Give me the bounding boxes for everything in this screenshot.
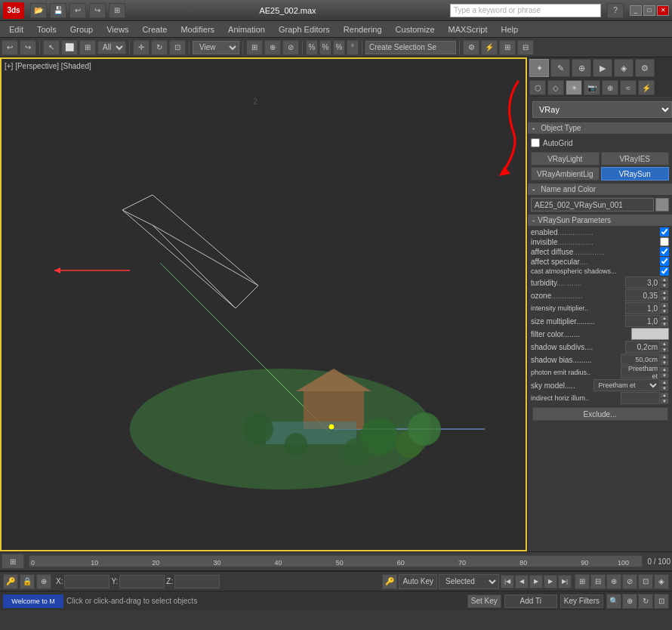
menu-rendering[interactable]: Rendering: [338, 23, 388, 36]
toolbar-btn[interactable]: 📂: [30, 3, 47, 18]
select-all-btn[interactable]: ⊞: [79, 40, 96, 55]
spin-up[interactable]: ▲: [660, 289, 669, 295]
turbidity-spinner[interactable]: ▲ ▼: [660, 276, 669, 289]
tb-btn[interactable]: %: [319, 40, 331, 55]
sky-model-spinner[interactable]: ▲ ▼: [660, 379, 669, 391]
create-panel-tab[interactable]: ✦: [529, 59, 549, 77]
size-spinner[interactable]: ▲ ▼: [660, 315, 669, 327]
cast-shadows-checkbox[interactable]: [660, 267, 669, 276]
shadow-subdivs-spinner[interactable]: ▲ ▼: [660, 341, 669, 353]
menu-views[interactable]: Views: [100, 23, 134, 36]
intensity-spinner[interactable]: ▲ ▼: [660, 302, 669, 314]
vraylight-button[interactable]: VRayLight: [531, 152, 600, 165]
affect-diffuse-checkbox[interactable]: [660, 247, 669, 256]
sub-tab-helpers[interactable]: ⊕: [602, 80, 618, 95]
menu-animation[interactable]: Animation: [222, 23, 271, 36]
spin-down[interactable]: ▼: [660, 321, 669, 327]
spin-up[interactable]: ▲: [660, 354, 669, 360]
help-btn[interactable]: ?: [607, 3, 624, 18]
status-extra-btn[interactable]: ⊟: [590, 574, 606, 589]
spin-up[interactable]: ▲: [660, 379, 669, 385]
x-coord-input[interactable]: [64, 575, 109, 588]
key-filters-button[interactable]: Key Filters: [560, 594, 603, 608]
select-region-btn[interactable]: ⬜: [61, 40, 78, 55]
nav-btn[interactable]: 🔍: [606, 594, 621, 609]
sub-tab-shapes[interactable]: ◇: [547, 80, 564, 95]
nav-btn[interactable]: ↻: [638, 594, 653, 609]
exclude-button[interactable]: Exclude...: [532, 407, 668, 421]
name-color-header[interactable]: - Name and Color: [528, 184, 672, 195]
next-frame-btn[interactable]: ▶: [544, 575, 557, 588]
status-extra-btn[interactable]: ⊕: [606, 574, 621, 589]
indirect-illum-spinner[interactable]: ▲ ▼: [660, 392, 669, 404]
object-type-header[interactable]: - Object Type: [528, 122, 672, 134]
menu-help[interactable]: Help: [495, 23, 525, 36]
menu-group[interactable]: Group: [64, 23, 100, 36]
vrayambientlig-button[interactable]: VRayAmbientLig: [531, 167, 600, 181]
sub-tab-lights[interactable]: ☀: [566, 80, 582, 95]
vray-renderer-select[interactable]: VRay V-Ray Next V-Ray GPU: [532, 101, 672, 118]
ozone-spinner[interactable]: ▲ ▼: [660, 289, 669, 301]
nav-btn[interactable]: ⊕: [622, 594, 637, 609]
search-box[interactable]: Type a keyword or phrase: [450, 4, 601, 17]
status-extra-btn[interactable]: ◈: [654, 574, 669, 589]
sub-tab-geo[interactable]: ⬡: [529, 80, 546, 95]
photon-spinner[interactable]: ▲ ▼: [660, 366, 669, 378]
menu-edit[interactable]: Edit: [3, 23, 29, 36]
spin-down[interactable]: ▼: [660, 398, 669, 404]
prev-frame-btn[interactable]: ◀: [515, 575, 529, 588]
selected-dropdown[interactable]: Selected: [439, 574, 499, 589]
set-key-button[interactable]: Set Key: [467, 594, 501, 608]
sub-tab-spacewarps[interactable]: ≈: [620, 80, 637, 95]
timeline-bar[interactable]: 0 10 20 30 40 50 60 70 80 90 100: [29, 555, 643, 567]
status-extra-btn[interactable]: ⊘: [622, 574, 637, 589]
toolbar-btn[interactable]: ↩: [69, 3, 86, 18]
tb-btn[interactable]: ⊞: [499, 40, 516, 55]
menu-customize[interactable]: Customize: [390, 23, 441, 36]
tb-btn[interactable]: %: [333, 40, 345, 55]
select-btn[interactable]: ↖: [43, 40, 60, 55]
redo-button[interactable]: ↪: [20, 40, 36, 55]
add-time-track[interactable]: Add Ti: [504, 594, 557, 608]
spin-down[interactable]: ▼: [660, 360, 669, 366]
hierarchy-panel-tab[interactable]: ⊕: [572, 59, 591, 77]
spin-down[interactable]: ▼: [660, 385, 669, 391]
z-coord-input[interactable]: [174, 575, 220, 588]
y-coord-input[interactable]: [119, 575, 165, 588]
vrayies-button[interactable]: VRayIES: [601, 152, 670, 165]
rotate-btn[interactable]: ↻: [151, 40, 168, 55]
key-icon[interactable]: 🔑: [382, 574, 397, 589]
tb-btn[interactable]: %: [306, 40, 318, 55]
spin-down[interactable]: ▼: [660, 372, 669, 378]
tb-btn[interactable]: ⚙: [463, 40, 479, 55]
spin-down[interactable]: ▼: [660, 295, 669, 301]
go-end-btn[interactable]: ▶|: [558, 575, 572, 588]
tb-btn[interactable]: ⊘: [282, 40, 299, 55]
affect-specular-checkbox[interactable]: [660, 257, 669, 266]
undo-button[interactable]: ↩: [2, 40, 18, 55]
mode-select[interactable]: All: [97, 41, 126, 54]
spin-down[interactable]: ▼: [660, 347, 669, 353]
menu-tools[interactable]: Tools: [31, 23, 63, 36]
view-select[interactable]: View: [193, 41, 239, 54]
tb-btn[interactable]: ⊟: [517, 40, 534, 55]
spin-up[interactable]: ▲: [660, 302, 669, 308]
menu-maxscript[interactable]: MAXScript: [442, 23, 494, 36]
restore-button[interactable]: □: [643, 5, 655, 16]
spin-up[interactable]: ▲: [660, 392, 669, 398]
tb-btn[interactable]: ⊞: [246, 40, 263, 55]
go-start-btn[interactable]: |◀: [501, 575, 514, 588]
nav-btn[interactable]: ⊡: [654, 594, 669, 609]
toolbar-btn[interactable]: ↪: [89, 3, 106, 18]
status-btn-lock[interactable]: 🔒: [20, 574, 35, 589]
utilities-panel-tab[interactable]: ⚙: [635, 59, 655, 77]
sub-tab-cameras[interactable]: 📷: [584, 80, 600, 95]
motion-panel-tab[interactable]: ▶: [593, 59, 612, 77]
toolbar-btn[interactable]: ⊞: [109, 3, 125, 18]
autokey-button[interactable]: Auto Key: [399, 574, 437, 589]
shadow-bias-spinner[interactable]: ▲ ▼: [660, 354, 669, 366]
tb-btn[interactable]: °: [347, 40, 359, 55]
autogrid-checkbox[interactable]: [531, 138, 540, 147]
menu-modifiers[interactable]: Modifiers: [174, 23, 220, 36]
status-btn-key[interactable]: 🔑: [3, 574, 18, 589]
